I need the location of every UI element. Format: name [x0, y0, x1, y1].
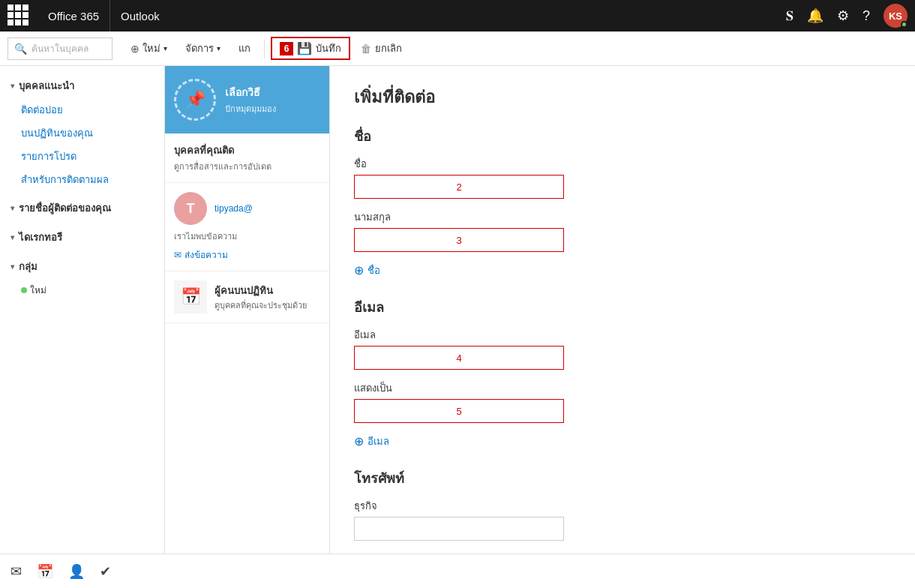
contact-card-2-info: tipyada@	[214, 203, 253, 214]
email-section-title: อีเมล	[354, 296, 891, 318]
toolbar-divider	[264, 40, 265, 58]
sidebar-item-followup[interactable]: สำหรับการติดตามผล	[0, 168, 164, 191]
contact-avatar: T	[174, 192, 207, 225]
contact-hero-title: เลือกวิธี	[225, 84, 276, 100]
calendar-card-title: ผู้คนบนปฏิทิน	[214, 283, 307, 298]
online-status-dot	[901, 21, 908, 28]
contact-hero-avatar: 📌	[174, 79, 216, 121]
display-as-label: แสดงเป็น	[354, 380, 891, 396]
sidebar-section-groups-header[interactable]: ▾ กลุ่ม	[0, 254, 164, 279]
contact-avatar-row: T tipyada@	[174, 192, 320, 225]
main-layout: ▾ บุคคลแนะนำ ติดต่อบ่อย บนปฏิทินของคุณ ร…	[0, 66, 915, 554]
business-phone-input[interactable]	[354, 517, 564, 541]
sidebar-item-calendar[interactable]: บนปฏิทินของคุณ	[0, 122, 164, 145]
manage-button[interactable]: จัดการ ▾	[178, 37, 228, 60]
business-phone-label: ธุรกิจ	[354, 498, 891, 514]
waffle-icon[interactable]	[8, 4, 30, 27]
calendar-card-text: ผู้คนบนปฏิทิน ดูบุคคลที่คุณจะประชุมด้วย	[214, 283, 307, 312]
calendar-icon: 📅	[174, 280, 207, 314]
top-nav: Office 365 Outlook 𝐒 🔔 ⚙ ? KS	[0, 0, 915, 32]
business-phone-group: ธุรกิจ	[354, 498, 891, 541]
sidebar: ▾ บุคคลแนะนำ ติดต่อบ่อย บนปฏิทินของคุณ ร…	[0, 66, 165, 554]
calendar-card[interactable]: 📅 ผู้คนบนปฏิทิน ดูบุคคลที่คุณจะประชุมด้ว…	[165, 272, 329, 323]
last-name-group: นามสกุล	[354, 209, 891, 252]
sidebar-section-contacts: ▾ รายชื่อผู้ติดต่อของคุณ	[0, 196, 164, 220]
display-as-input[interactable]	[354, 399, 564, 423]
bottom-nav: ✉ 📅 👤 ✔	[0, 554, 915, 588]
people-icon[interactable]: 👤	[68, 563, 85, 580]
app-name[interactable]: Office 365	[38, 0, 110, 32]
mail-icon[interactable]: ✉	[10, 563, 22, 580]
plus-icon: ⊕	[354, 263, 364, 278]
last-name-label: นามสกุล	[354, 209, 891, 225]
avatar[interactable]: KS	[884, 4, 908, 28]
tasks-icon[interactable]: ✔	[100, 563, 111, 580]
name-section-title: ชื่อ	[354, 125, 891, 147]
settings-icon[interactable]: ⚙	[837, 8, 849, 24]
add-name-label: ชื่อ	[368, 262, 380, 278]
sidebar-item-new-group[interactable]: ใหม่	[0, 279, 164, 301]
contact-card-1-name: บุคคลที่คุณติด	[174, 142, 320, 158]
sidebar-section-directory-header[interactable]: ▾ ไดเรกทอรี	[0, 225, 164, 250]
first-name-input[interactable]	[354, 175, 564, 199]
chevron-down-icon: ▾	[10, 233, 14, 242]
contact-hero-subtitle: ปักหมุดมุมมอง	[225, 102, 276, 116]
sidebar-item-favorites[interactable]: รายการโปรด	[0, 145, 164, 168]
email-input[interactable]	[354, 346, 564, 370]
email-icon: ✉	[174, 250, 182, 260]
share-button[interactable]: แก	[231, 37, 258, 60]
search-placeholder: ค้นหาในบุคคล	[32, 41, 88, 56]
toolbar: 🔍 ค้นหาในบุคคล ⊕ ใหม่ ▾ จัดการ ▾ แก 6 💾 …	[0, 32, 915, 66]
form-panel: เพิ่มที่ติดต่อ ชื่อ ชื่อ นามสกุล ⊕ ชื่อ …	[330, 66, 915, 554]
form-title: เพิ่มที่ติดต่อ	[354, 84, 891, 110]
contact-card-1[interactable]: บุคคลที่คุณติด ดูการสื่อสารและการอัปเดต	[165, 134, 329, 183]
sidebar-section-directory: ▾ ไดเรกทอรี	[0, 225, 164, 250]
first-name-label: ชื่อ	[354, 156, 891, 172]
trash-icon: 🗑	[361, 43, 371, 55]
new-group-badge: ใหม่	[21, 283, 46, 297]
manage-chevron-icon: ▾	[217, 44, 220, 52]
contact-hero: 📌 เลือกวิธี ปักหมุดมุมมอง	[165, 66, 329, 134]
send-message-label: ส่งข้อความ	[184, 248, 228, 262]
sidebar-section-suggested-label: บุคคลแนะนำ	[19, 78, 74, 94]
search-box[interactable]: 🔍 ค้นหาในบุคคล	[8, 38, 112, 60]
contact-card-2[interactable]: T tipyada@ เราไมพบข้อความ ✉ ส่งข้อความ	[165, 183, 329, 272]
chevron-down-icon: ▾	[10, 262, 14, 271]
dropdown-chevron-icon: ▾	[164, 44, 167, 52]
first-name-group: ชื่อ	[354, 156, 891, 199]
help-icon[interactable]: ?	[862, 8, 870, 24]
new-icon: ⊕	[130, 43, 140, 55]
product-name: Outlook	[110, 10, 170, 22]
sidebar-section-suggested: ▾ บุคคลแนะนำ ติดต่อบ่อย บนปฏิทินของคุณ ร…	[0, 74, 164, 191]
phone-section-title: โทรศัพท์	[354, 467, 891, 489]
last-name-input[interactable]	[354, 228, 564, 252]
send-message-link[interactable]: ✉ ส่งข้อความ	[174, 248, 320, 262]
contact-email: tipyada@	[214, 203, 253, 214]
sidebar-section-suggested-header[interactable]: ▾ บุคคลแนะนำ	[0, 74, 164, 98]
contact-note: เราไมพบข้อความ	[174, 230, 320, 243]
sidebar-section-groups: ▾ กลุ่ม ใหม่	[0, 254, 164, 301]
notifications-icon[interactable]: 🔔	[807, 8, 824, 24]
contact-list-panel: 📌 เลือกวิธี ปักหมุดมุมมอง บุคคลที่คุณติด…	[165, 66, 330, 554]
new-badge-dot	[21, 287, 27, 293]
sidebar-section-contacts-header[interactable]: ▾ รายชื่อผู้ติดต่อของคุณ	[0, 196, 164, 220]
skype-icon[interactable]: 𝐒	[786, 8, 794, 24]
search-icon: 🔍	[14, 43, 27, 55]
sidebar-item-frequent[interactable]: ติดต่อบ่อย	[0, 98, 164, 122]
new-button[interactable]: ⊕ ใหม่ ▾	[123, 37, 175, 60]
add-name-link[interactable]: ⊕ ชื่อ	[354, 262, 891, 278]
save-icon: 💾	[297, 41, 312, 56]
pin-icon: 📌	[185, 90, 206, 110]
sidebar-section-groups-label: กลุ่ม	[19, 259, 38, 274]
contact-card-1-desc: ดูการสื่อสารและการอัปเดต	[174, 160, 320, 173]
calendar-card-description: ดูบุคคลที่คุณจะประชุมด้วย	[214, 298, 307, 312]
cancel-button[interactable]: 🗑 ยกเลิก	[353, 37, 410, 60]
save-button[interactable]: 6 💾 บันทึก	[271, 37, 350, 60]
calendar-nav-icon[interactable]: 📅	[37, 563, 53, 580]
add-email-label: อีเมล	[368, 434, 389, 449]
plus-icon-2: ⊕	[354, 434, 364, 448]
sidebar-section-contacts-label: รายชื่อผู้ติดต่อของคุณ	[19, 200, 111, 216]
chevron-down-icon: ▾	[10, 82, 14, 90]
add-email-link[interactable]: ⊕ อีเมล	[354, 434, 891, 449]
display-as-group: แสดงเป็น	[354, 380, 891, 423]
